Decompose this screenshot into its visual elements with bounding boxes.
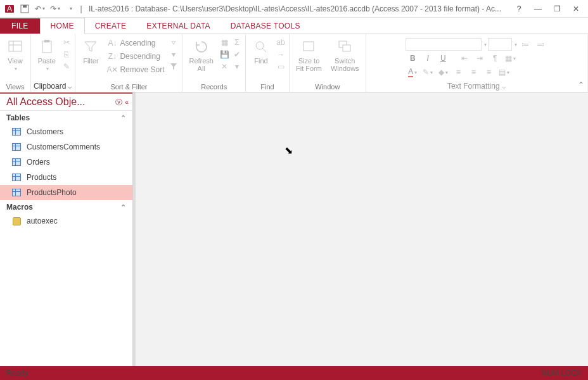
filter-button[interactable]: Filter bbox=[78, 37, 103, 66]
group-window: Size to Fit Form Switch Windows Window bbox=[290, 34, 366, 92]
tab-create[interactable]: CREATE bbox=[85, 18, 137, 34]
size-to-fit-label: Size to Fit Form bbox=[296, 57, 322, 72]
switch-windows-icon bbox=[336, 38, 354, 56]
group-window-label: Window bbox=[292, 82, 363, 92]
font-name-input[interactable] bbox=[406, 38, 482, 51]
table-orders[interactable]: Orders bbox=[0, 155, 132, 170]
table-products-label: Products bbox=[27, 173, 56, 182]
section-tables[interactable]: Tables⌃ bbox=[0, 111, 132, 124]
work-area: All Access Obje... ⓥ « Tables⌃ Customers… bbox=[0, 92, 588, 366]
access-app-icon[interactable]: A bbox=[3, 2, 16, 16]
numbering-icon[interactable]: ≕ bbox=[534, 38, 547, 51]
table-icon bbox=[11, 127, 22, 137]
svg-rect-3 bbox=[23, 5, 27, 8]
table-customerscomments[interactable]: CustomersComments bbox=[0, 139, 132, 155]
svg-rect-11 bbox=[304, 42, 314, 51]
delete-record-icon[interactable]: ✕ bbox=[219, 61, 230, 72]
table-icon bbox=[11, 142, 22, 152]
table-productsphoto[interactable]: ProductsPhoto bbox=[0, 185, 132, 200]
undo-icon[interactable]: ↶▾ bbox=[33, 2, 47, 16]
qat-customize-icon[interactable]: ▾ bbox=[63, 2, 77, 16]
window-title: IL-ates2016 : Database- C:\Users\user3\D… bbox=[84, 4, 513, 13]
table-orders-label: Orders bbox=[27, 158, 50, 167]
find-button[interactable]: Find bbox=[248, 37, 274, 66]
table-customers-label: Customers bbox=[27, 127, 63, 136]
group-text-formatting: ▾ ▾ ≔ ≕ B I U ⇤ ⇥ ¶ ▦▾ A▾ ✎▾ bbox=[366, 34, 588, 92]
group-find: Find ab → ▭ Find bbox=[246, 34, 290, 92]
minimize-icon[interactable]: — bbox=[532, 3, 544, 15]
sort-desc-icon: Z↓ bbox=[107, 51, 117, 61]
more-records-icon[interactable]: ▾ bbox=[231, 61, 243, 72]
tab-home[interactable]: HOME bbox=[40, 18, 85, 34]
toggle-filter-icon[interactable] bbox=[168, 61, 179, 72]
alternate-row-icon[interactable]: ▤▾ bbox=[497, 66, 511, 79]
help-icon[interactable]: ? bbox=[513, 3, 525, 15]
decrease-indent-icon[interactable]: ⇤ bbox=[457, 52, 471, 65]
align-right-icon[interactable]: ≡ bbox=[482, 66, 495, 79]
advanced-filter-icon[interactable]: ▾ bbox=[168, 49, 179, 60]
format-painter-icon[interactable]: ✎ bbox=[61, 61, 72, 72]
selection-filter-icon[interactable]: ▿ bbox=[168, 37, 179, 48]
increase-indent-icon[interactable]: ⇥ bbox=[473, 52, 487, 65]
qat-separator: | bbox=[79, 2, 84, 16]
refresh-all-button[interactable]: Refresh All bbox=[185, 37, 217, 73]
view-button[interactable]: View ▾ bbox=[3, 37, 28, 73]
tab-database-tools[interactable]: DATABASE TOOLS bbox=[220, 18, 310, 34]
section-tables-label: Tables bbox=[6, 113, 30, 122]
select-icon[interactable]: ▭ bbox=[275, 61, 286, 72]
save-record-icon[interactable]: 💾 bbox=[219, 49, 230, 60]
font-size-input[interactable] bbox=[488, 38, 512, 51]
goto-icon[interactable]: → bbox=[275, 49, 286, 60]
totals-icon[interactable]: Σ bbox=[231, 37, 243, 48]
replace-icon[interactable]: ab bbox=[275, 37, 286, 48]
group-clipboard: Paste ▾ ✂ ⎘ ✎ Clipboard ⌵ bbox=[31, 34, 75, 92]
cut-icon[interactable]: ✂ bbox=[61, 37, 72, 48]
new-record-icon[interactable]: ▦ bbox=[219, 37, 230, 48]
title-bar: A ↶▾ ↷▾ ▾ | IL-ates2016 : Database- C:\U… bbox=[0, 0, 588, 18]
paste-button[interactable]: Paste ▾ bbox=[34, 37, 60, 73]
nav-dropdown-icon[interactable]: ⓥ bbox=[115, 98, 122, 107]
italic-button[interactable]: I bbox=[421, 52, 435, 65]
spelling-icon[interactable]: ✔ bbox=[231, 49, 243, 60]
close-icon[interactable]: ✕ bbox=[570, 3, 582, 15]
switch-windows-button[interactable]: Switch Windows bbox=[327, 37, 363, 73]
gridlines-icon[interactable]: ▦▾ bbox=[503, 52, 517, 65]
underline-button[interactable]: U bbox=[436, 52, 450, 65]
refresh-label: Refresh All bbox=[189, 57, 214, 72]
save-icon[interactable] bbox=[18, 2, 32, 16]
svg-rect-4 bbox=[9, 41, 22, 51]
font-color-icon[interactable]: A▾ bbox=[406, 66, 419, 79]
nav-collapse-icon[interactable]: « bbox=[125, 98, 129, 106]
size-to-fit-button[interactable]: Size to Fit Form bbox=[292, 37, 326, 73]
restore-icon[interactable]: ❐ bbox=[551, 3, 563, 15]
align-center-icon[interactable]: ≡ bbox=[466, 66, 480, 79]
refresh-icon bbox=[193, 38, 210, 56]
highlight-icon[interactable]: ✎▾ bbox=[421, 66, 435, 79]
cursor-icon: ⬊ bbox=[284, 144, 293, 156]
bullets-icon[interactable]: ≔ bbox=[518, 38, 532, 51]
macro-autoexec-label: autoexec bbox=[27, 217, 58, 225]
tab-external-data[interactable]: EXTERNAL DATA bbox=[136, 18, 220, 34]
copy-icon[interactable]: ⎘ bbox=[61, 49, 72, 60]
redo-icon[interactable]: ↷▾ bbox=[48, 2, 62, 16]
descending-button[interactable]: Z↓Descending bbox=[105, 50, 167, 63]
tab-file[interactable]: FILE bbox=[0, 18, 40, 34]
find-label: Find bbox=[254, 57, 267, 65]
collapse-ribbon-icon[interactable]: ⌃ bbox=[578, 80, 584, 89]
table-productsphoto-label: ProductsPhoto bbox=[27, 188, 77, 197]
window-controls: ? — ❐ ✕ bbox=[513, 3, 585, 15]
quick-access-toolbar: A ↶▾ ↷▾ ▾ | bbox=[3, 2, 84, 16]
nav-header[interactable]: All Access Obje... ⓥ « bbox=[0, 92, 132, 111]
text-direction-icon[interactable]: ¶ bbox=[488, 52, 502, 65]
section-macros[interactable]: Macros⌃ bbox=[0, 200, 132, 213]
table-customers[interactable]: Customers bbox=[0, 124, 132, 139]
remove-sort-button[interactable]: A✕Remove Sort bbox=[105, 63, 167, 76]
chevron-down-icon: ▾ bbox=[45, 66, 49, 72]
table-icon bbox=[11, 157, 22, 167]
table-products[interactable]: Products bbox=[0, 170, 132, 185]
ascending-button[interactable]: A↓Ascending bbox=[105, 37, 167, 49]
macro-autoexec[interactable]: autoexec bbox=[0, 213, 132, 229]
align-left-icon[interactable]: ≡ bbox=[451, 66, 465, 79]
fill-color-icon[interactable]: ◆▾ bbox=[436, 66, 450, 79]
bold-button[interactable]: B bbox=[406, 52, 419, 65]
